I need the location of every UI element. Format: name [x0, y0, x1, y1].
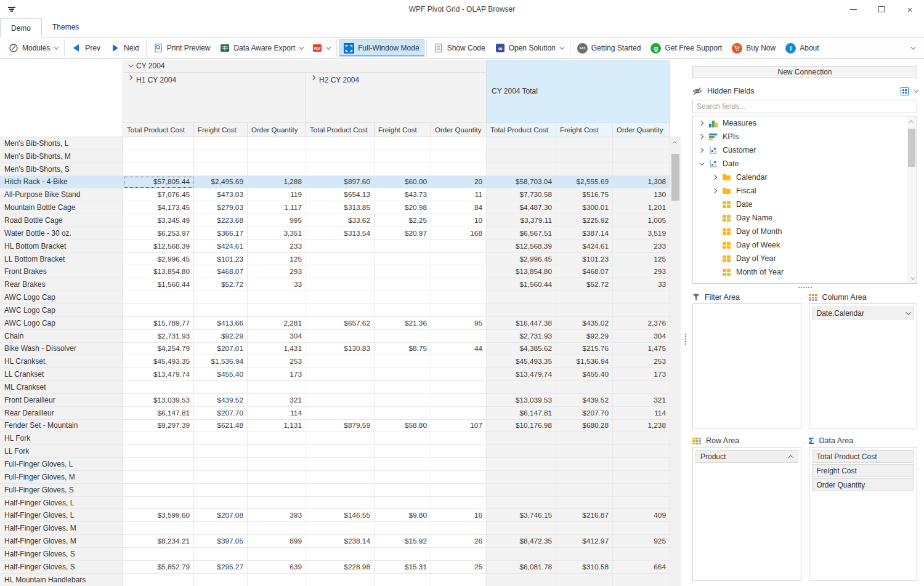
- pivot-cell[interactable]: [375, 163, 431, 176]
- tree-item-fiscal[interactable]: Fiscal: [693, 184, 917, 198]
- pivot-cell[interactable]: [487, 574, 556, 586]
- tree-item-date[interactable]: Date: [693, 198, 917, 211]
- chevron-down-icon[interactable]: [914, 87, 918, 92]
- pivot-cell[interactable]: [194, 548, 248, 561]
- row-header[interactable]: Fender Set - Mountain: [0, 420, 123, 433]
- pivot-cell[interactable]: $2,495.69: [194, 176, 248, 189]
- pivot-cell[interactable]: $92.29: [194, 330, 248, 343]
- pivot-cell[interactable]: [248, 522, 306, 535]
- pivot-cell[interactable]: [306, 484, 375, 497]
- pivot-cell[interactable]: [487, 458, 556, 471]
- pivot-cell[interactable]: [613, 432, 670, 445]
- pivot-cell[interactable]: [613, 574, 670, 586]
- tree-item-measures[interactable]: Measures: [693, 116, 917, 130]
- pivot-cell[interactable]: $680.28: [556, 420, 613, 433]
- row-header[interactable]: HL Crankset: [0, 355, 123, 368]
- pivot-cell[interactable]: [375, 497, 431, 510]
- pivot-cell[interactable]: 253: [613, 355, 670, 368]
- pivot-cell[interactable]: [375, 484, 431, 497]
- pivot-cell[interactable]: $3,746.15: [487, 509, 556, 522]
- pivot-cell[interactable]: 233: [613, 240, 670, 253]
- pivot-cell[interactable]: 1,117: [248, 201, 306, 214]
- pivot-cell[interactable]: $9.80: [375, 509, 431, 522]
- pivot-cell[interactable]: [306, 368, 375, 381]
- row-header[interactable]: Men's Bib-Shorts, S: [0, 163, 123, 176]
- data-area-box[interactable]: Total Product CostFreight CostOrder Quan…: [809, 447, 918, 581]
- pivot-cell[interactable]: $12,568.39: [487, 240, 556, 253]
- pivot-cell[interactable]: [306, 522, 375, 535]
- pivot-cell[interactable]: 26: [431, 535, 487, 548]
- pivot-cell[interactable]: [306, 304, 375, 317]
- pivot-cell[interactable]: [194, 150, 248, 163]
- row-header[interactable]: Rear Derailleur: [0, 407, 123, 420]
- pivot-cell[interactable]: $223.68: [194, 214, 248, 227]
- pivot-cell[interactable]: 84: [431, 201, 487, 214]
- pivot-cell[interactable]: [306, 407, 375, 420]
- row-header[interactable]: LL Bottom Bracket: [0, 253, 123, 266]
- pivot-cell[interactable]: [613, 458, 670, 471]
- pivot-cell[interactable]: $2,555.69: [556, 176, 613, 189]
- tree-item-day-of-year[interactable]: Day of Year: [693, 252, 917, 265]
- pivot-cell[interactable]: [613, 163, 670, 176]
- row-header[interactable]: Half-Finger Gloves, M: [0, 535, 123, 548]
- pivot-cell[interactable]: [306, 163, 375, 176]
- tree-item-calendar[interactable]: Calendar: [693, 171, 917, 184]
- pivot-cell[interactable]: [123, 432, 194, 445]
- pivot-cell[interactable]: $58,703.04: [487, 176, 556, 189]
- pivot-cell[interactable]: 125: [613, 253, 670, 266]
- getting-started-button[interactable]: 123 Getting Started: [572, 39, 646, 57]
- pivot-cell[interactable]: [431, 484, 487, 497]
- row-header[interactable]: Mountain Bottle Cage: [0, 201, 123, 214]
- pivot-cell[interactable]: [431, 137, 487, 150]
- pivot-cell[interactable]: [248, 432, 306, 445]
- pivot-cell[interactable]: [123, 445, 194, 458]
- pivot-cell[interactable]: [375, 291, 431, 304]
- pivot-cell[interactable]: 173: [613, 368, 670, 381]
- column-band-total[interactable]: CY 2004 Total: [487, 60, 670, 123]
- new-connection-button[interactable]: New Connection: [692, 66, 917, 78]
- pivot-cell[interactable]: $57,805.44: [123, 176, 194, 189]
- full-window-mode-button[interactable]: Full-Window Mode: [339, 39, 424, 57]
- pivot-cell[interactable]: 321: [613, 394, 670, 407]
- pivot-cell[interactable]: [123, 150, 194, 163]
- field-chip-product[interactable]: Product: [695, 450, 798, 463]
- pivot-cell[interactable]: $101.23: [194, 253, 248, 266]
- buy-now-button[interactable]: Buy Now: [727, 39, 780, 57]
- row-header[interactable]: LL Crankset: [0, 368, 123, 381]
- row-header[interactable]: Half-Finger Gloves, L: [0, 497, 123, 510]
- pivot-cell[interactable]: [194, 471, 248, 484]
- layout-options-icon[interactable]: [901, 87, 909, 95]
- pivot-cell[interactable]: $15,789.77: [123, 317, 194, 330]
- pivot-cell[interactable]: $45,493.35: [123, 355, 194, 368]
- row-area-box[interactable]: Product: [692, 447, 801, 581]
- pivot-cell[interactable]: $2,996.45: [123, 253, 194, 266]
- scroll-up-button[interactable]: [670, 137, 681, 148]
- pivot-cell[interactable]: [248, 304, 306, 317]
- row-header[interactable]: ML Crankset: [0, 381, 123, 394]
- pivot-cell[interactable]: $3,345.49: [123, 214, 194, 227]
- measure-header[interactable]: Total Product Cost: [306, 123, 375, 137]
- pivot-cell[interactable]: [306, 330, 375, 343]
- pivot-cell[interactable]: 925: [613, 535, 670, 548]
- pdf-export-button[interactable]: PDF: [307, 39, 334, 57]
- pivot-cell[interactable]: [613, 497, 670, 510]
- pivot-cell[interactable]: $310.58: [556, 561, 613, 574]
- pivot-cell[interactable]: [306, 240, 375, 253]
- pivot-cell[interactable]: 168: [431, 227, 487, 240]
- pivot-cell[interactable]: [375, 381, 431, 394]
- pivot-cell[interactable]: $215.76: [556, 343, 613, 356]
- row-header[interactable]: LL Fork: [0, 445, 123, 458]
- pivot-cell[interactable]: 304: [248, 330, 306, 343]
- row-header[interactable]: Full-Finger Gloves, S: [0, 484, 123, 497]
- pivot-cell[interactable]: 409: [613, 509, 670, 522]
- pivot-cell[interactable]: [375, 368, 431, 381]
- pivot-cell[interactable]: $313.54: [306, 227, 375, 240]
- pivot-cell[interactable]: [306, 432, 375, 445]
- pivot-cell[interactable]: $43.73: [375, 188, 431, 201]
- pivot-cell[interactable]: $9,297.39: [123, 420, 194, 433]
- pivot-cell[interactable]: [375, 432, 431, 445]
- pivot-cell[interactable]: $4,385.62: [487, 343, 556, 356]
- pivot-cell[interactable]: [613, 291, 670, 304]
- pivot-cell[interactable]: $20.98: [375, 201, 431, 214]
- pivot-cell[interactable]: [431, 304, 487, 317]
